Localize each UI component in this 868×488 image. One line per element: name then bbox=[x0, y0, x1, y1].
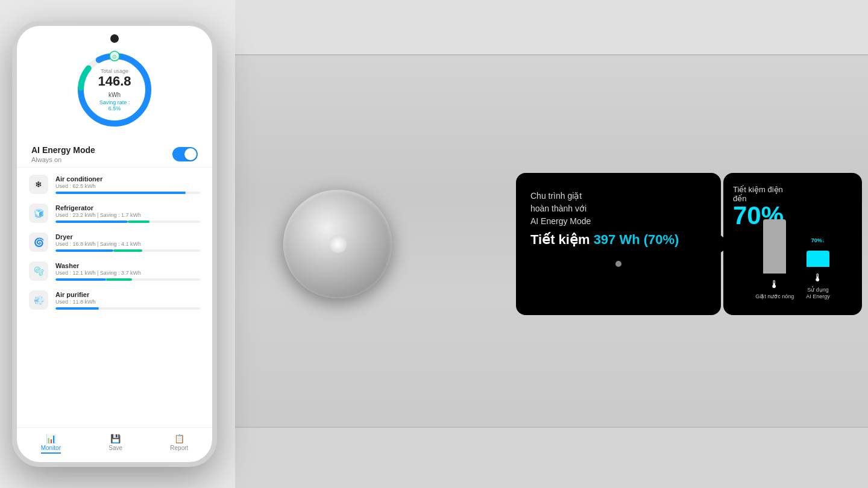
popup-line2: hoàn thành với bbox=[530, 204, 587, 213]
bar-gray bbox=[763, 219, 786, 274]
report-icon: 📋 bbox=[174, 434, 184, 443]
nav-monitor[interactable]: 📊 Monitor bbox=[41, 434, 61, 454]
device-list: ❄ Air conditioner Used : 62.5 kWh 🧊 Refr… bbox=[17, 167, 212, 427]
main-popup-text: Chu trình giặt hoàn thành với AI Energy … bbox=[530, 190, 706, 228]
ai-energy-toggle[interactable] bbox=[172, 147, 198, 161]
list-item[interactable]: 🌀 Dryer Used : 16.8 kWh | Saving : 4.1 k… bbox=[17, 228, 212, 257]
toggle-knob bbox=[184, 148, 197, 160]
device-usage: Used : 23.2 kWh | Saving : 1.7 kWh bbox=[55, 212, 200, 218]
popup-line1: Chu trình giặt bbox=[530, 191, 582, 201]
bar2-badge: 70%↓ bbox=[811, 237, 825, 243]
chart-title-line1: Tiết kiệm điện bbox=[733, 185, 852, 194]
device-usage: Used : 16.8 kWh | Saving : 4.1 kWh bbox=[55, 241, 200, 247]
device-info: Refrigerator Used : 23.2 kWh | Saving : … bbox=[55, 204, 200, 223]
thermo-icon: 🌡 bbox=[769, 278, 780, 291]
ai-energy-title: AI Energy Mode bbox=[31, 145, 95, 155]
bar-blue bbox=[55, 192, 186, 194]
bar-blue bbox=[55, 221, 128, 223]
bar-wrap-2: 70%↓ bbox=[807, 213, 829, 267]
usage-bar bbox=[55, 249, 200, 252]
bar-green bbox=[128, 221, 149, 223]
device-name: Air conditioner bbox=[55, 175, 200, 183]
gauge-value: 146.8 bbox=[98, 74, 131, 89]
svg-text:⊙: ⊙ bbox=[112, 54, 117, 60]
thermo2-icon: 🌡 bbox=[813, 272, 823, 284]
device-info: Washer Used : 12.1 kWh | Saving : 3.7 kW… bbox=[55, 262, 200, 281]
phone-screen: ⊙ Total usage 146.8 kWh Saving rate : 6.… bbox=[17, 26, 212, 462]
popup-prefix: Tiết kiệm bbox=[530, 232, 594, 247]
bar-blue bbox=[55, 307, 99, 310]
appliance-panel: ▷‖ Chu trình giặt hoàn thành với AI Ener… bbox=[235, 0, 868, 488]
chart-col-2: 70%↓ 🌡 Sử dụngAI Energy bbox=[806, 213, 830, 301]
dial-inner bbox=[329, 235, 347, 253]
dial-knob[interactable] bbox=[283, 190, 392, 298]
ac-icon: ❄ bbox=[29, 175, 48, 194]
dryer-icon: 🌀 bbox=[29, 233, 48, 252]
device-usage: Used : 12.1 kWh | Saving : 3.7 kWh bbox=[55, 270, 200, 276]
gauge-area: ⊙ Total usage 146.8 kWh Saving rate : 6.… bbox=[17, 26, 212, 139]
nav-save[interactable]: 💾 Save bbox=[108, 434, 122, 454]
popup-arrow bbox=[721, 236, 732, 252]
washer-icon: 🫧 bbox=[29, 261, 48, 281]
usage-bar bbox=[55, 192, 200, 194]
bar1-label: Giặt nước nóng bbox=[755, 293, 794, 301]
list-item[interactable]: 💨 Air purifier Used : 11.8 kWh bbox=[17, 286, 212, 314]
ai-energy-section: AI Energy Mode Always on bbox=[17, 139, 212, 167]
popup-container: Chu trình giặt hoàn thành với AI Energy … bbox=[516, 173, 862, 315]
save-label: Save bbox=[108, 445, 122, 451]
phone-mockup: ⊙ Total usage 146.8 kWh Saving rate : 6.… bbox=[12, 21, 217, 467]
bar-green bbox=[113, 249, 142, 252]
device-name: Dryer bbox=[55, 233, 200, 240]
bar-cyan: 70%↓ bbox=[807, 251, 829, 267]
bar-blue bbox=[55, 249, 113, 252]
bar-blue bbox=[55, 278, 106, 281]
energy-gauge: ⊙ Total usage 146.8 kWh Saving rate : 6.… bbox=[72, 48, 157, 132]
report-label: Report bbox=[170, 445, 188, 451]
gauge-unit: kWh bbox=[108, 92, 121, 98]
device-usage: Used : 62.5 kWh bbox=[55, 183, 200, 189]
bar2-label: Sử dụngAI Energy bbox=[806, 287, 830, 301]
popup-line3: AI Energy Mode bbox=[530, 216, 591, 226]
ai-energy-row: AI Energy Mode Always on bbox=[31, 145, 198, 163]
monitor-label: Monitor bbox=[41, 445, 61, 451]
device-info: Air conditioner Used : 62.5 kWh bbox=[55, 175, 200, 194]
bottom-nav: 📊 Monitor 💾 Save 📋 Report bbox=[17, 427, 212, 462]
usage-bar bbox=[55, 278, 200, 281]
gauge-center: Total usage 146.8 kWh Saving rate : 6.5% bbox=[93, 68, 136, 111]
saving-rate: Saving rate : 6.5% bbox=[93, 99, 136, 111]
device-name: Refrigerator bbox=[55, 204, 200, 211]
bar-green bbox=[106, 278, 132, 281]
usage-bar bbox=[55, 307, 200, 310]
bar-chart: 🌡 Giặt nước nóng 70%↓ 🌡 Sử dụngAI Energy bbox=[733, 228, 852, 301]
chart-popup: Tiết kiệm điện đến 70% 🌡 Giặt nước nóng bbox=[723, 173, 862, 315]
list-item[interactable]: 🧊 Refrigerator Used : 23.2 kWh | Saving … bbox=[17, 199, 212, 228]
purifier-icon: 💨 bbox=[29, 290, 48, 310]
fridge-icon: 🧊 bbox=[29, 204, 48, 223]
chart-col-1: 🌡 Giặt nước nóng bbox=[755, 219, 794, 301]
save-icon: 💾 bbox=[110, 434, 121, 443]
device-info: Air purifier Used : 11.8 kWh bbox=[55, 291, 200, 310]
device-name: Washer bbox=[55, 262, 200, 269]
ai-energy-text: AI Energy Mode Always on bbox=[31, 145, 95, 163]
list-item[interactable]: ❄ Air conditioner Used : 62.5 kWh bbox=[17, 170, 212, 199]
popup-value: 397 Wh (70%) bbox=[594, 232, 679, 247]
device-usage: Used : 11.8 kWh bbox=[55, 299, 200, 305]
ai-energy-subtitle: Always on bbox=[31, 156, 95, 163]
popup-dot bbox=[615, 261, 621, 267]
list-item[interactable]: 🫧 Washer Used : 12.1 kWh | Saving : 3.7 … bbox=[17, 257, 212, 286]
popup-highlight: Tiết kiệm 397 Wh (70%) bbox=[530, 231, 706, 249]
main-popup: Chu trình giặt hoàn thành với AI Energy … bbox=[516, 173, 721, 315]
monitor-icon: 📊 bbox=[46, 434, 56, 443]
usage-bar bbox=[55, 221, 200, 223]
phone-shell: ⊙ Total usage 146.8 kWh Saving rate : 6.… bbox=[12, 21, 217, 467]
device-name: Air purifier bbox=[55, 291, 200, 298]
bar-wrap-1 bbox=[763, 219, 786, 274]
phone-camera bbox=[110, 34, 119, 43]
device-info: Dryer Used : 16.8 kWh | Saving : 4.1 kWh bbox=[55, 233, 200, 252]
nav-report[interactable]: 📋 Report bbox=[170, 434, 188, 454]
